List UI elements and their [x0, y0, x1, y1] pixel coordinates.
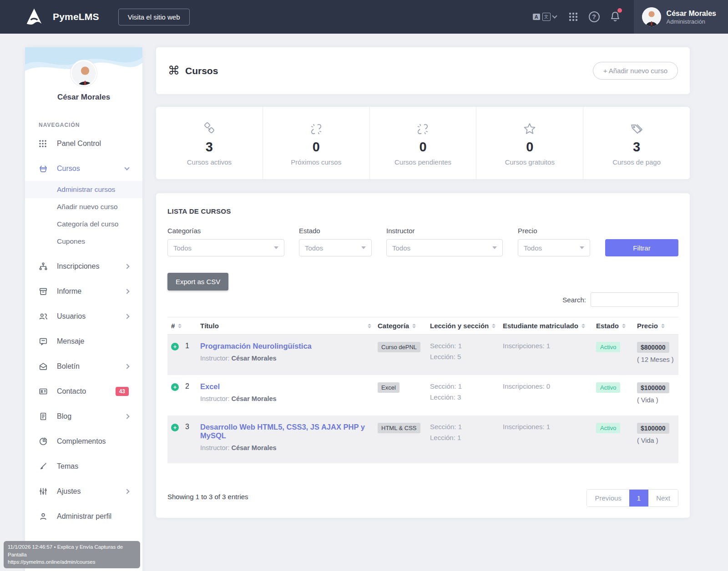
- column-header-categoria[interactable]: Categoría: [378, 322, 430, 330]
- row-number: 1: [185, 342, 189, 350]
- sort-icon: [412, 324, 416, 328]
- add-course-button[interactable]: + Añadir nuevo curso: [593, 62, 678, 80]
- sidebar-item-boletin[interactable]: Boletín: [25, 354, 142, 379]
- filter-label: Categorías: [167, 227, 284, 235]
- sidebar-item-contacto[interactable]: Contacto 43: [25, 379, 142, 404]
- stat-value: 0: [313, 140, 320, 155]
- sidebar-section-label: NAVEGACIÓN: [25, 102, 142, 128]
- basket-icon: [39, 164, 49, 173]
- entries-summary: Showing 1 to 3 of 3 entries: [167, 493, 248, 501]
- sidebar-item-panel-control[interactable]: Panel Control: [25, 131, 142, 156]
- stat-cursos-gratuitos: 0 Cursos gratuitos: [476, 107, 583, 179]
- users-icon: [39, 312, 49, 321]
- course-title-link[interactable]: Excel: [200, 382, 378, 391]
- expand-row-icon[interactable]: +: [171, 424, 179, 431]
- sidebar-item-complementos[interactable]: Complementos: [25, 429, 142, 454]
- section-count: Sección: 1: [430, 382, 503, 390]
- instructor-label: Instructor:: [200, 355, 229, 362]
- help-icon: ?: [589, 11, 600, 22]
- star-icon: [523, 120, 536, 136]
- sidebar-item-mensaje[interactable]: Mensaje: [25, 329, 142, 354]
- search-row: Search:: [167, 292, 678, 307]
- stat-label: Cursos pendientes: [394, 158, 451, 166]
- lesson-count: Lección: 3: [430, 393, 503, 401]
- instructor-line: Instructor: César Morales: [200, 395, 378, 402]
- price-term: ( Vida ): [637, 396, 678, 404]
- next-page-button[interactable]: Next: [648, 490, 678, 506]
- price-badge: $100000: [637, 423, 669, 434]
- column-header-estado[interactable]: Estado: [596, 322, 637, 330]
- sidebar-item-temas[interactable]: Temas: [25, 454, 142, 479]
- status-badge: Activo: [596, 342, 620, 352]
- sidebar-item-label: Administrar perfil: [57, 512, 129, 521]
- sidebar-item-label: Complementos: [57, 437, 129, 446]
- column-header-leccion[interactable]: Lección y sección: [430, 322, 503, 330]
- lesson-count: Lección: 5: [430, 353, 503, 361]
- sort-icon: [492, 324, 495, 328]
- sort-icon: [581, 324, 585, 328]
- sidebar-subitem-categoria-del-curso[interactable]: Categoría del curso: [25, 215, 142, 233]
- filters-row: Categorías Todos Estado Todos Instructor…: [167, 227, 678, 256]
- estado-select[interactable]: Todos: [299, 239, 372, 256]
- column-label: Título: [200, 322, 219, 330]
- sidebar-subitem-administrar-cursos[interactable]: Administrar cursos: [25, 181, 142, 198]
- column-header-precio[interactable]: Precio: [637, 322, 678, 330]
- instructor-line: Instructor: César Morales: [200, 444, 378, 451]
- sidebar-subitem-cupones[interactable]: Cupones: [25, 233, 142, 250]
- column-label: #: [171, 322, 175, 330]
- course-title-link[interactable]: Desarrollo Web HTML5, CSS3, JS AJAX PHP …: [200, 423, 378, 440]
- sidebar-item-informe[interactable]: Informe: [25, 279, 142, 304]
- precio-select[interactable]: Todos: [518, 239, 590, 256]
- instructor-name: César Morales: [232, 395, 277, 402]
- search-label: Search:: [562, 296, 586, 304]
- sidebar-subitem-anadir-nuevo-curso[interactable]: Añadir nuevo curso: [25, 198, 142, 215]
- course-title-link[interactable]: Programación Neurolingüística: [200, 342, 378, 351]
- column-header-estudiante[interactable]: Estudiante matriculado: [503, 322, 596, 330]
- caret-down-icon: [580, 246, 584, 249]
- navbar-user-role: Administración: [667, 18, 716, 25]
- page-title: ⌘ Cursos: [168, 64, 218, 78]
- filtrar-button[interactable]: Filtrar: [605, 239, 678, 256]
- brand-name: PymeLMS: [53, 11, 99, 22]
- expand-row-icon[interactable]: +: [171, 383, 179, 391]
- filter-label: Instructor: [386, 227, 503, 235]
- search-input[interactable]: [591, 292, 678, 307]
- course-list-card: LISTA DE CURSOS Categorías Todos Estado …: [156, 193, 690, 518]
- table-row: + 1 Programación Neurolingüística Instru…: [167, 335, 678, 375]
- sidebar-item-blog[interactable]: Blog: [25, 404, 142, 429]
- page-1-button[interactable]: 1: [629, 490, 648, 506]
- envelope-icon: [39, 362, 49, 371]
- archive-icon: [39, 287, 49, 296]
- user-menu[interactable]: César Morales Administración: [634, 0, 728, 34]
- pie-chart-icon: [39, 437, 49, 446]
- expand-row-icon[interactable]: +: [171, 343, 179, 351]
- sidebar-item-label: Panel Control: [57, 140, 129, 148]
- previous-page-button[interactable]: Previous: [587, 490, 629, 506]
- sidebar-item-administrar-perfil[interactable]: Administrar perfil: [25, 504, 142, 529]
- categorias-select[interactable]: Todos: [167, 239, 284, 256]
- language-switcher[interactable]: A 文: [533, 13, 556, 21]
- dashboard-grid-icon: [39, 140, 49, 148]
- column-header-num[interactable]: #: [167, 322, 200, 330]
- visit-site-button[interactable]: Visita el sitio web: [118, 9, 190, 25]
- sidebar-item-cursos[interactable]: Cursos: [25, 156, 142, 181]
- filter-label: Precio: [518, 227, 590, 235]
- sidebar-item-usuarios[interactable]: Usuarios: [25, 304, 142, 329]
- sidebar-item-ajustes[interactable]: Ajustes: [25, 479, 142, 504]
- instructor-select[interactable]: Todos: [386, 239, 503, 256]
- stat-cursos-pendientes: 0 Cursos pendientes: [370, 107, 477, 179]
- sidebar-item-inscripciones[interactable]: Inscripciones: [25, 254, 142, 279]
- cursos-submenu: Administrar cursos Añadir nuevo curso Ca…: [25, 181, 142, 250]
- help-button[interactable]: ?: [584, 11, 605, 22]
- notifications-button[interactable]: [605, 11, 626, 23]
- chevron-right-icon: [124, 289, 129, 294]
- price-term: ( 12 Meses ): [637, 356, 678, 363]
- courses-table: # Título Categoría Lección y sección Est…: [167, 317, 678, 463]
- export-csv-button[interactable]: Export as CSV: [167, 273, 228, 291]
- sidebar-item-label: Blog: [57, 412, 125, 421]
- column-header-titulo[interactable]: Título: [200, 322, 378, 330]
- chevron-right-icon: [124, 489, 129, 494]
- user-avatar: [642, 7, 661, 26]
- instructor-label: Instructor:: [200, 444, 229, 451]
- apps-grid-button[interactable]: [563, 12, 584, 22]
